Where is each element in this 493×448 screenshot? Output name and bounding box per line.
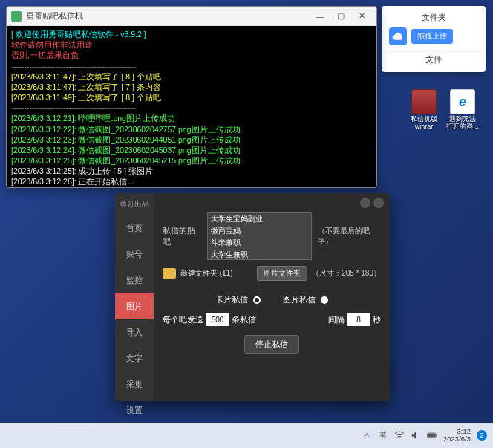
console-line: [2023/6/3 3:12:23]: 微信截图_20230602044051.… — [11, 134, 372, 145]
nav-item-0[interactable]: 首页 — [115, 215, 154, 241]
folder-icon — [163, 268, 176, 279]
list-item[interactable]: 微商宝妈 — [208, 225, 311, 237]
tieba-hint: （不要最后的吧字） — [318, 226, 381, 247]
tray-clock[interactable]: 3:12 2023/6/3 — [443, 428, 471, 444]
desktop-icon-label: 遇到无法 打开的咨... — [445, 116, 480, 131]
radio-card[interactable]: 卡片私信 — [215, 294, 261, 305]
radio-icon — [321, 296, 328, 304]
console-line: [2023/6/3 3:12:28]: 正在开始私信... — [11, 176, 372, 186]
send-group: 每个吧发送 条私信 — [163, 313, 256, 326]
cloud-upload-row: 拖拽上传 — [386, 25, 481, 48]
svg-rect-1 — [436, 435, 437, 436]
taskbar[interactable]: ㅅ 英 3:12 2023/6/3 2 — [0, 423, 493, 448]
cloud-footer[interactable]: 文件 — [386, 51, 481, 68]
cloud-header: 文件夹 — [386, 10, 481, 25]
cloud-panel: 文件夹 拖拽上传 文件 — [382, 6, 486, 72]
notification-badge[interactable]: 2 — [477, 430, 487, 441]
wifi-icon[interactable] — [394, 430, 405, 441]
nav-item-5[interactable]: 文字 — [115, 345, 154, 371]
tieba-label: 私信的贴吧 — [163, 225, 201, 247]
tieba-listbox[interactable]: 大学生宝妈副业微商宝妈斗米兼职大学生兼职电脑赚钱 — [207, 212, 312, 260]
rar-icon — [411, 89, 437, 114]
folder-label: 新建文件夹 (11) — [180, 268, 252, 279]
send-count-input[interactable] — [206, 313, 229, 326]
nav-item-6[interactable]: 采集 — [115, 371, 154, 397]
interval-input[interactable] — [347, 313, 370, 326]
console-line: [2023/6/3 3:12:22]: 微信截图_20230602042757.… — [11, 124, 372, 134]
console-line: [2023/6/3 3:11:47]: 上次填写了 [ 8 ] 个贴吧 — [11, 71, 372, 82]
console-line: [2023/6/3 3:12:24]: 微信截图_20230602045037.… — [11, 145, 372, 155]
list-item[interactable]: 斗米兼职 — [208, 237, 311, 249]
settings-window: 勇哥出品 首页账号监控图片导入文字采集设置 私信的贴吧 大学生宝妈副业微商宝妈斗… — [115, 193, 390, 401]
size-info: （尺寸：205 * 180） — [312, 268, 381, 279]
minimize-button[interactable]: — — [310, 9, 330, 24]
brand-label: 勇哥出品 — [115, 193, 154, 215]
radio-icon — [253, 296, 261, 304]
nav-item-4[interactable]: 导入 — [115, 319, 154, 345]
desktop-icon-label: 私信机版 winrar — [407, 116, 441, 131]
desktop-icon-rar[interactable]: 私信机版 winrar — [407, 89, 441, 131]
console-line: [2023/6/3 3:12:21]: 哔哩哔哩.png图片上传成功 — [11, 113, 372, 123]
console-line: 否则,一切后果自负 — [11, 50, 372, 60]
console-line: [2023/6/3 3:11:49]: 上次填写了 [ 8 ] 个贴吧 — [11, 92, 372, 103]
tray-chevron-icon[interactable]: ㅅ — [362, 430, 372, 441]
console-line: [2023/6/3 3:12:25]: 成功上传 [ 5 ] 张图片 — [11, 166, 372, 176]
maximize-button[interactable]: ▢ — [330, 9, 351, 24]
settings-close-button[interactable] — [373, 198, 384, 208]
volume-icon[interactable] — [411, 430, 421, 441]
ime-lang[interactable]: 英 — [378, 430, 388, 441]
nav-item-1[interactable]: 账号 — [115, 241, 154, 267]
list-item[interactable]: 大学生宝妈副业 — [208, 213, 311, 225]
desktop-icon-ie[interactable]: 遇到无法 打开的咨... — [445, 89, 480, 131]
folder-button[interactable]: 图片文件夹 — [257, 266, 307, 281]
nav-item-2[interactable]: 监控 — [115, 267, 154, 293]
interval-group: 间隔 秒 — [328, 313, 381, 326]
settings-minimize-button[interactable] — [360, 198, 370, 208]
settings-sidebar: 勇哥出品 首页账号监控图片导入文字采集设置 — [115, 193, 154, 401]
console-line: 软件请勿用作非法用途 — [11, 39, 372, 50]
console-title: 勇哥贴吧私信机 — [26, 10, 310, 22]
console-body[interactable]: [ 欢迎使用勇哥贴吧私信软件 - v3.9.2 ]软件请勿用作非法用途否则,一切… — [7, 26, 376, 187]
nav-item-7[interactable]: 设置 — [115, 397, 154, 423]
console-line: [2023/6/3 3:11:47]: 上次填写了 [ 7 ] 条内容 — [11, 82, 372, 92]
cloud-icon — [389, 27, 407, 45]
list-item[interactable]: 大学生兼职 — [208, 249, 311, 260]
nav-item-3[interactable]: 图片 — [115, 293, 154, 319]
battery-icon[interactable] — [427, 430, 437, 441]
settings-main: 私信的贴吧 大学生宝妈副业微商宝妈斗米兼职大学生兼职电脑赚钱 （不要最后的吧字）… — [154, 193, 390, 401]
console-line: [2023/6/3 3:12:25]: 微信截图_20230602045215.… — [11, 155, 372, 166]
app-icon — [11, 11, 22, 22]
console-titlebar[interactable]: 勇哥贴吧私信机 — ▢ ✕ — [7, 7, 376, 26]
upload-button[interactable]: 拖拽上传 — [411, 29, 453, 44]
close-button[interactable]: ✕ — [351, 9, 372, 24]
radio-image[interactable]: 图片私信 — [283, 294, 328, 305]
console-line: ----------------------------------------… — [11, 103, 372, 113]
console-line: [ 欢迎使用勇哥贴吧私信软件 - v3.9.2 ] — [11, 29, 372, 39]
ie-icon — [450, 89, 475, 114]
stop-button[interactable]: 停止私信 — [244, 335, 299, 354]
console-line: ----------------------------------------… — [11, 61, 372, 71]
svg-rect-2 — [428, 434, 435, 437]
console-window: 勇哥贴吧私信机 — ▢ ✕ [ 欢迎使用勇哥贴吧私信软件 - v3.9.2 ]软… — [6, 6, 377, 188]
